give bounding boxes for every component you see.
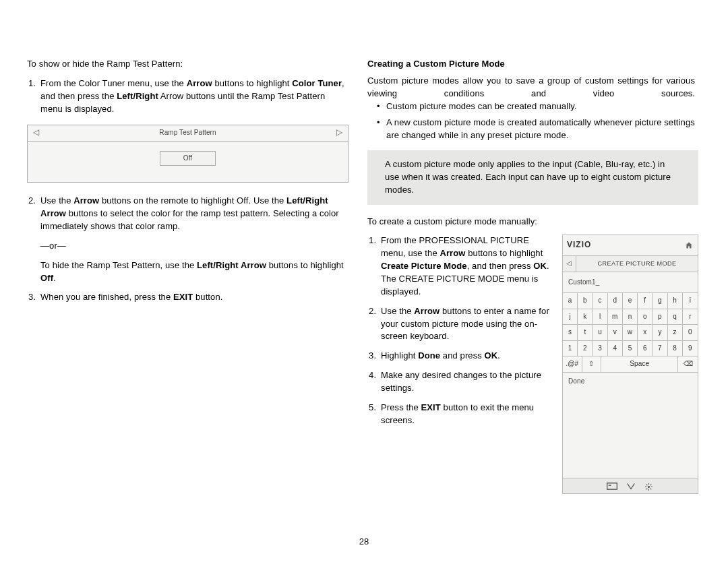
ramp-step-2: 2. Use the Arrow buttons on the remote t…	[27, 195, 348, 284]
svg-rect-0	[607, 483, 617, 489]
ramp-intro: To show or hide the Ramp Test Pattern:	[27, 58, 348, 71]
page-number: 28	[0, 536, 728, 549]
cc-icon	[607, 482, 616, 491]
key-l: l	[593, 309, 607, 325]
create-step-4: 4. Make any desired changes to the pictu…	[367, 369, 554, 395]
key-5: 5	[623, 341, 638, 357]
device-nav-bar	[563, 478, 698, 493]
key-p: p	[653, 309, 667, 325]
ramp-step-1: 1. From the Color Tuner menu, use the Ar…	[27, 77, 348, 116]
key-n: n	[623, 309, 638, 325]
key-r: r	[683, 309, 698, 325]
key-i: i	[683, 293, 698, 309]
onscreen-keyboard: abcdefghijklmnopqrstuvwxyz0123456789	[563, 293, 698, 356]
note-box: A custom picture mode only applies to th…	[367, 150, 698, 205]
key-symbols: .@#	[563, 356, 582, 372]
create-step-5: 5. Press the EXIT button to exit the men…	[367, 402, 554, 427]
key-backspace: ⌫	[678, 356, 698, 372]
create-step-2: 2. Use the Arrow buttons to enter a name…	[367, 305, 554, 344]
key-y: y	[653, 325, 667, 341]
key-6: 6	[638, 341, 653, 357]
key-4: 4	[608, 341, 623, 357]
key-m: m	[608, 309, 623, 325]
v-icon	[626, 482, 635, 491]
key-v: v	[608, 325, 623, 341]
create-step-3: 3. Highlight Done and press OK.	[367, 350, 554, 363]
create-step-1: 1. From the PROFESSIONAL PICTURE menu, u…	[367, 235, 554, 298]
section-heading: Creating a Custom Picture Mode	[367, 58, 698, 71]
key-8: 8	[668, 341, 683, 357]
gear-icon	[644, 482, 654, 491]
key-9: 9	[683, 341, 698, 357]
key-o: o	[638, 309, 653, 325]
svg-point-2	[648, 486, 650, 488]
svg-rect-1	[609, 485, 611, 486]
ramp-off-button: Off	[160, 151, 216, 166]
key-e: e	[623, 293, 638, 309]
arrow-right-icon: ▷	[336, 127, 342, 138]
device-menu-title: CREATE PICTURE MODE	[576, 256, 698, 272]
key-b: b	[578, 293, 593, 309]
key-7: 7	[653, 341, 667, 357]
key-a: a	[563, 293, 578, 309]
key-k: k	[578, 309, 593, 325]
key-u: u	[593, 325, 607, 341]
key-x: x	[638, 325, 653, 341]
arrow-left-icon: ◁	[33, 127, 39, 138]
key-g: g	[653, 293, 667, 309]
key-done: Done	[563, 373, 698, 391]
key-0: 0	[683, 325, 698, 341]
ramp-step-3: 3. When you are finished, press the EXIT…	[27, 291, 348, 304]
ramp-menu-title: Ramp Test Pattern	[159, 129, 216, 136]
key-d: d	[608, 293, 623, 309]
back-arrow-icon: ◁	[563, 256, 576, 272]
create-picture-mode-menu: VIZIO ◁ CREATE PICTURE MODE Custom1_ abc…	[562, 235, 698, 494]
bullet-auto: A new custom picture mode is created aut…	[367, 117, 698, 142]
key-h: h	[668, 293, 683, 309]
key-2: 2	[578, 341, 593, 357]
key-z: z	[668, 325, 683, 341]
key-q: q	[668, 309, 683, 325]
key-3: 3	[593, 341, 607, 357]
key-t: t	[578, 325, 593, 341]
home-icon	[684, 241, 694, 249]
key-s: s	[563, 325, 578, 341]
mode-name-input: Custom1_	[563, 272, 698, 294]
key-j: j	[563, 309, 578, 325]
key-f: f	[638, 293, 653, 309]
vizio-logo: VIZIO	[567, 239, 591, 251]
key-w: w	[623, 325, 638, 341]
ramp-test-pattern-menu: ◁ Ramp Test Pattern ▷ Off	[27, 125, 348, 183]
create-intro: To create a custom picture mode manually…	[367, 216, 698, 228]
key-1: 1	[563, 341, 578, 357]
key-shift: ⇧	[582, 356, 602, 372]
bullet-manual: Custom picture modes can be created manu…	[367, 100, 698, 113]
key-space: Space	[601, 356, 678, 372]
key-c: c	[593, 293, 607, 309]
section-intro: Custom picture modes allow you to save a…	[367, 75, 695, 100]
